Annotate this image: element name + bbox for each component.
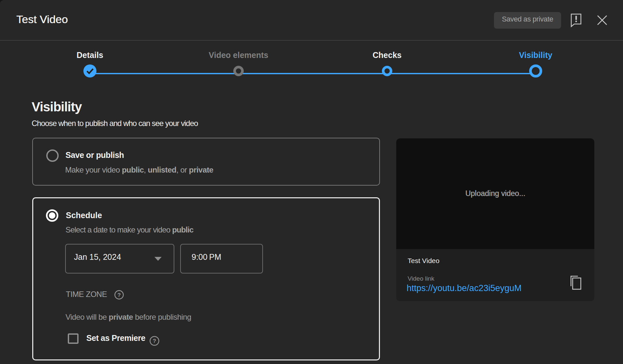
svg-text:?: ? bbox=[153, 338, 156, 344]
svg-text:?: ? bbox=[117, 292, 121, 298]
